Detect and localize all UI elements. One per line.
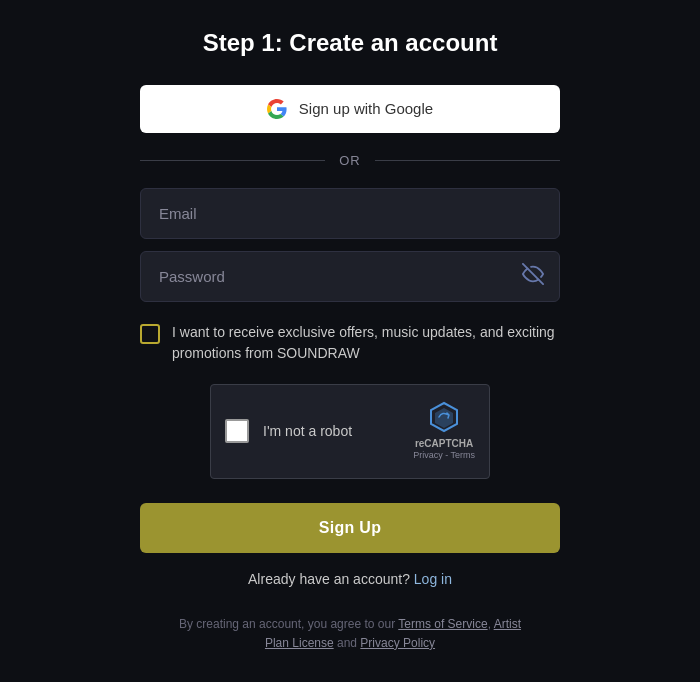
newsletter-checkbox[interactable] — [140, 324, 160, 344]
recaptcha-right: reCAPTCHA Privacy - Terms — [413, 401, 475, 462]
privacy-policy-link[interactable]: Privacy Policy — [360, 636, 435, 650]
divider-text: OR — [339, 153, 361, 168]
google-icon — [267, 99, 287, 119]
google-signup-button[interactable]: Sign up with Google — [140, 85, 560, 133]
signup-button[interactable]: Sign Up — [140, 503, 560, 553]
recaptcha-brand: reCAPTCHA Privacy - Terms — [413, 437, 475, 462]
divider: OR — [140, 153, 560, 168]
terms-of-service-link[interactable]: Terms of Service — [398, 617, 487, 631]
recaptcha-logo-icon — [428, 401, 460, 433]
eye-slash-icon[interactable] — [522, 263, 544, 289]
password-wrapper — [140, 251, 560, 302]
terms-and: and — [334, 636, 361, 650]
recaptcha-left: I'm not a robot — [225, 419, 352, 443]
newsletter-label: I want to receive exclusive offers, musi… — [172, 322, 560, 364]
divider-line-left — [140, 160, 325, 161]
terms-before: By creating an account, you agree to our — [179, 617, 398, 631]
newsletter-checkbox-row: I want to receive exclusive offers, musi… — [140, 322, 560, 364]
divider-line-right — [375, 160, 560, 161]
main-container: Step 1: Create an account Sign up with G… — [140, 29, 560, 653]
already-account-text: Already have an account? — [248, 571, 410, 587]
recaptcha-widget[interactable]: I'm not a robot reCAPTCHA Privacy - Term… — [210, 384, 490, 479]
login-link[interactable]: Log in — [414, 571, 452, 587]
login-row: Already have an account? Log in — [248, 571, 452, 587]
page-title: Step 1: Create an account — [203, 29, 498, 57]
password-field[interactable] — [140, 251, 560, 302]
recaptcha-text: I'm not a robot — [263, 423, 352, 439]
recaptcha-checkbox[interactable] — [225, 419, 249, 443]
terms-text: By creating an account, you agree to our… — [170, 615, 530, 653]
google-button-label: Sign up with Google — [299, 100, 433, 117]
email-field[interactable] — [140, 188, 560, 239]
